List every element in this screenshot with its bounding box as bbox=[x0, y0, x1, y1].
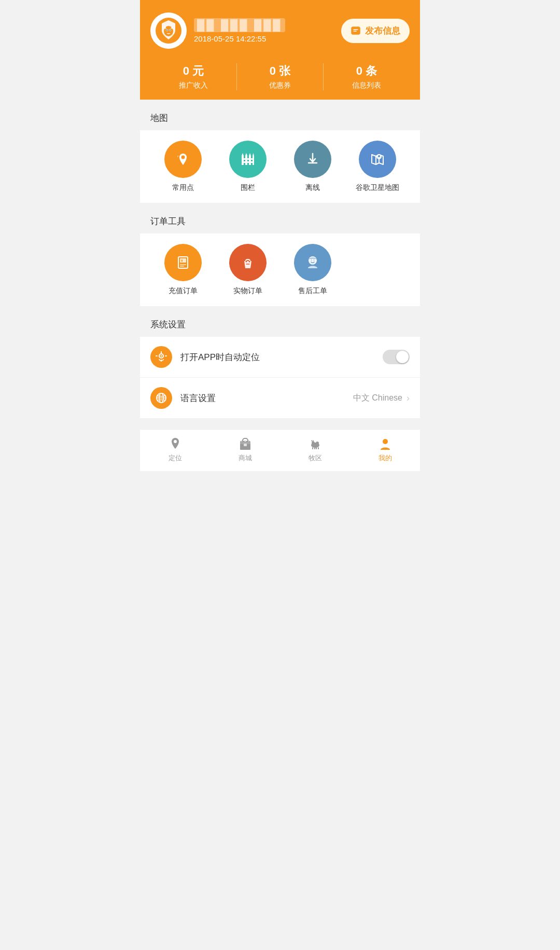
svg-text:¥: ¥ bbox=[181, 259, 183, 263]
service-label: 售后工单 bbox=[298, 286, 327, 296]
svg-point-31 bbox=[248, 261, 250, 263]
order-item-physical[interactable]: 实物订单 bbox=[215, 244, 280, 296]
section-content-map: 常用点 围栏 bbox=[140, 130, 420, 203]
svg-point-36 bbox=[161, 355, 162, 357]
avatar[interactable] bbox=[150, 12, 187, 49]
svg-point-45 bbox=[312, 442, 315, 445]
recharge-label: 充值订单 bbox=[169, 286, 198, 296]
stat-coupon-label: 优惠券 bbox=[237, 81, 323, 90]
settings-item-language[interactable]: 语言设置 中文 Chinese › bbox=[140, 378, 420, 419]
map-item-changyon[interactable]: 常用点 bbox=[150, 141, 215, 192]
divider-1 bbox=[140, 100, 420, 104]
section-content-orders: ¥ 充值订单 实物订单 bbox=[140, 233, 420, 306]
nav-item-shop[interactable]: 商城 bbox=[210, 436, 280, 463]
svg-point-40 bbox=[174, 440, 177, 443]
chevron-right-icon: › bbox=[407, 393, 410, 404]
svg-point-51 bbox=[383, 439, 388, 444]
svg-marker-18 bbox=[253, 153, 254, 156]
recharge-icon-circle: ¥ bbox=[164, 244, 202, 281]
physical-order-icon-circle bbox=[229, 244, 267, 281]
order-item-recharge[interactable]: ¥ 充值订单 bbox=[150, 244, 215, 296]
stat-list[interactable]: 0 条 信息列表 bbox=[323, 63, 410, 90]
bottom-nav: 定位 商城 bbox=[140, 429, 420, 471]
fence-label: 围栏 bbox=[241, 183, 255, 192]
auto-location-toggle[interactable] bbox=[383, 350, 410, 364]
location-settings-label: 打开APP时自动定位 bbox=[180, 351, 383, 363]
language-value-area: 中文 Chinese › bbox=[353, 393, 410, 404]
changyon-icon-circle bbox=[164, 141, 202, 178]
stat-promo-label: 推广收入 bbox=[150, 81, 236, 90]
divider-3 bbox=[140, 306, 420, 310]
nav-item-profile[interactable]: 我的 bbox=[350, 436, 420, 463]
nav-shop-icon bbox=[237, 436, 253, 451]
svg-rect-29 bbox=[180, 266, 184, 267]
avatar-area: ██ ███ ███ 2018-05-25 14:22:55 bbox=[150, 12, 285, 49]
offline-icon-circle bbox=[294, 141, 331, 178]
svg-rect-19 bbox=[242, 158, 254, 160]
nav-location-label: 定位 bbox=[169, 453, 182, 463]
svg-rect-13 bbox=[249, 156, 251, 165]
language-value: 中文 Chinese bbox=[353, 393, 402, 404]
section-header-map: 地图 bbox=[140, 104, 420, 130]
svg-rect-28 bbox=[180, 264, 186, 265]
map-item-fence[interactable]: 围栏 bbox=[215, 141, 280, 192]
svg-rect-11 bbox=[242, 156, 244, 165]
nav-profile-label: 我的 bbox=[379, 453, 392, 463]
section-header-settings: 系统设置 bbox=[140, 310, 420, 337]
stat-promo[interactable]: 0 元 推广收入 bbox=[150, 63, 236, 90]
svg-marker-15 bbox=[242, 153, 244, 156]
settings-item-location[interactable]: 打开APP时自动定位 bbox=[140, 337, 420, 378]
svg-point-4 bbox=[166, 30, 167, 31]
header-top: ██ ███ ███ 2018-05-25 14:22:55 发布信息 bbox=[150, 12, 410, 49]
header: ██ ███ ███ 2018-05-25 14:22:55 发布信息 0 元 … bbox=[140, 0, 420, 100]
publish-btn-label: 发布信息 bbox=[365, 25, 400, 37]
svg-marker-16 bbox=[245, 153, 247, 156]
user-info: ██ ███ ███ 2018-05-25 14:22:55 bbox=[194, 18, 285, 43]
service-icon-circle bbox=[294, 244, 331, 281]
section-header-orders: 订单工具 bbox=[140, 207, 420, 233]
stat-promo-value: 0 元 bbox=[150, 63, 236, 79]
publish-button[interactable]: 发布信息 bbox=[341, 19, 410, 43]
nav-item-location[interactable]: 定位 bbox=[140, 436, 210, 463]
bottom-spacer bbox=[140, 419, 420, 429]
svg-rect-50 bbox=[318, 447, 319, 449]
nav-farm-label: 牧区 bbox=[309, 453, 322, 463]
stat-coupon-value: 0 张 bbox=[237, 63, 323, 79]
language-settings-label: 语言设置 bbox=[180, 392, 353, 404]
map-item-offline[interactable]: 离线 bbox=[280, 141, 345, 192]
header-stats: 0 元 推广收入 0 张 优惠券 0 条 信息列表 bbox=[150, 53, 410, 100]
stat-coupon[interactable]: 0 张 优惠券 bbox=[236, 63, 323, 90]
nav-shop-label: 商城 bbox=[239, 453, 252, 463]
svg-rect-12 bbox=[245, 156, 247, 165]
nav-location-icon bbox=[167, 436, 183, 451]
changyon-label: 常用点 bbox=[172, 183, 194, 192]
offline-label: 离线 bbox=[305, 183, 320, 192]
divider-2 bbox=[140, 203, 420, 207]
google-map-label: 谷歌卫星地图 bbox=[356, 183, 399, 192]
username: ██ ███ ███ bbox=[194, 18, 285, 32]
svg-marker-17 bbox=[249, 153, 251, 156]
svg-rect-48 bbox=[314, 447, 315, 449]
svg-point-10 bbox=[181, 156, 185, 159]
map-icon-grid: 常用点 围栏 bbox=[145, 141, 415, 192]
stat-list-value: 0 条 bbox=[324, 63, 410, 79]
map-item-google[interactable]: 谷歌卫星地图 bbox=[345, 141, 410, 192]
orders-icon-grid: ¥ 充值订单 实物订单 bbox=[145, 244, 415, 296]
google-map-icon-circle bbox=[359, 141, 396, 178]
location-settings-icon bbox=[150, 346, 172, 368]
nav-item-farm[interactable]: 牧区 bbox=[280, 436, 350, 463]
toggle-knob bbox=[396, 351, 409, 363]
svg-point-30 bbox=[245, 261, 247, 263]
stat-list-label: 信息列表 bbox=[324, 81, 410, 90]
svg-rect-14 bbox=[253, 156, 254, 165]
order-item-service[interactable]: 售后工单 bbox=[280, 244, 345, 296]
fence-icon-circle bbox=[229, 141, 267, 178]
datetime: 2018-05-25 14:22:55 bbox=[194, 34, 285, 43]
nav-farm-icon bbox=[307, 436, 323, 451]
svg-rect-20 bbox=[242, 161, 254, 163]
svg-point-46 bbox=[316, 442, 319, 445]
svg-rect-49 bbox=[316, 447, 317, 449]
svg-point-24 bbox=[378, 155, 380, 157]
svg-rect-47 bbox=[312, 447, 313, 449]
svg-point-5 bbox=[170, 30, 171, 31]
